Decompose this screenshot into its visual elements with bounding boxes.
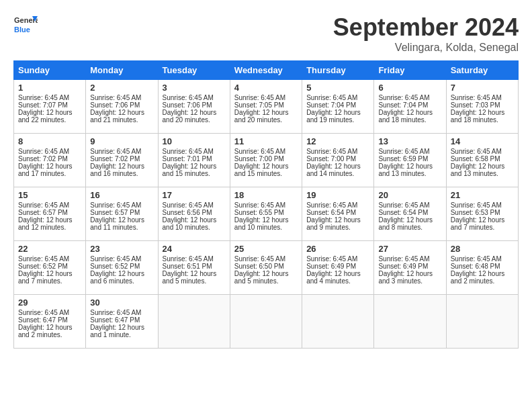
sunset: Sunset: 6:59 PM <box>378 155 441 163</box>
sunrise: Sunrise: 6:45 AM <box>378 201 441 209</box>
sunrise: Sunrise: 6:45 AM <box>234 94 298 101</box>
sunrise: Sunrise: 6:45 AM <box>163 201 226 209</box>
calendar-cell: 23 Sunrise: 6:45 AM Sunset: 6:52 PM Dayl… <box>86 241 158 295</box>
day-number: 9 <box>90 136 153 146</box>
sunset: Sunset: 6:47 PM <box>90 316 153 324</box>
calendar-cell: 30 Sunrise: 6:45 AM Sunset: 6:47 PM Dayl… <box>86 295 158 349</box>
calendar-week-1: 8 Sunrise: 6:45 AM Sunset: 7:02 PM Dayli… <box>14 134 519 187</box>
calendar-cell <box>230 295 302 349</box>
day-number: 6 <box>378 83 441 93</box>
daylight: Daylight: 12 hours and 15 minutes. <box>163 163 226 177</box>
day-number: 24 <box>163 244 226 254</box>
sunset: Sunset: 6:48 PM <box>451 263 514 270</box>
sunrise: Sunrise: 6:45 AM <box>90 94 153 101</box>
sunrise: Sunrise: 6:45 AM <box>18 148 81 155</box>
day-number: 15 <box>18 190 81 200</box>
calendar-cell: 19 Sunrise: 6:45 AM Sunset: 6:54 PM Dayl… <box>302 187 374 241</box>
sunrise: Sunrise: 6:45 AM <box>163 148 226 155</box>
sunset: Sunset: 6:56 PM <box>163 209 226 216</box>
daylight: Daylight: 12 hours and 19 minutes. <box>306 109 369 124</box>
sunset: Sunset: 6:58 PM <box>451 155 514 163</box>
calendar-cell: 14 Sunrise: 6:45 AM Sunset: 6:58 PM Dayl… <box>446 134 518 187</box>
calendar-week-3: 22 Sunrise: 6:45 AM Sunset: 6:52 PM Dayl… <box>14 241 519 295</box>
sunrise: Sunrise: 6:45 AM <box>18 255 81 263</box>
daylight: Daylight: 12 hours and 16 minutes. <box>90 163 153 177</box>
sunset: Sunset: 7:02 PM <box>90 155 153 163</box>
sunset: Sunset: 6:50 PM <box>234 263 298 270</box>
calendar-cell <box>302 295 374 349</box>
daylight: Daylight: 12 hours and 4 minutes. <box>306 270 369 285</box>
day-number: 26 <box>306 244 369 254</box>
sunset: Sunset: 6:52 PM <box>90 263 153 270</box>
sunrise: Sunrise: 6:45 AM <box>451 94 514 101</box>
sunset: Sunset: 6:55 PM <box>234 209 298 216</box>
day-number: 25 <box>234 244 298 254</box>
daylight: Daylight: 12 hours and 13 minutes. <box>451 163 514 177</box>
title-section: September 2024 Velingara, Kolda, Senegal <box>333 13 519 54</box>
sunset: Sunset: 6:51 PM <box>163 263 226 270</box>
col-saturday: Saturday <box>446 61 518 80</box>
sunrise: Sunrise: 6:45 AM <box>306 255 369 263</box>
sunrise: Sunrise: 6:45 AM <box>378 255 441 263</box>
day-number: 2 <box>90 83 153 93</box>
daylight: Daylight: 12 hours and 20 minutes. <box>234 109 298 124</box>
sunset: Sunset: 7:01 PM <box>163 155 226 163</box>
sunset: Sunset: 7:02 PM <box>18 155 81 163</box>
day-number: 7 <box>451 83 514 93</box>
calendar-cell: 5 Sunrise: 6:45 AM Sunset: 7:04 PM Dayli… <box>302 80 374 134</box>
calendar-cell: 21 Sunrise: 6:45 AM Sunset: 6:53 PM Dayl… <box>446 187 518 241</box>
daylight: Daylight: 12 hours and 3 minutes. <box>378 270 441 285</box>
header-row: Sunday Monday Tuesday Wednesday Thursday… <box>14 61 519 80</box>
calendar-cell: 2 Sunrise: 6:45 AM Sunset: 7:06 PM Dayli… <box>86 80 158 134</box>
daylight: Daylight: 12 hours and 7 minutes. <box>18 270 81 285</box>
calendar-cell: 29 Sunrise: 6:45 AM Sunset: 6:47 PM Dayl… <box>14 295 86 349</box>
calendar-cell: 26 Sunrise: 6:45 AM Sunset: 6:49 PM Dayl… <box>302 241 374 295</box>
daylight: Daylight: 12 hours and 13 minutes. <box>378 163 441 177</box>
calendar-cell <box>158 295 230 349</box>
sunrise: Sunrise: 6:45 AM <box>234 201 298 209</box>
sunrise: Sunrise: 6:45 AM <box>18 309 81 316</box>
calendar-cell: 28 Sunrise: 6:45 AM Sunset: 6:48 PM Dayl… <box>446 241 518 295</box>
sunrise: Sunrise: 6:45 AM <box>306 94 369 101</box>
calendar-cell: 18 Sunrise: 6:45 AM Sunset: 6:55 PM Dayl… <box>230 187 302 241</box>
sunset: Sunset: 7:00 PM <box>306 155 369 163</box>
daylight: Daylight: 12 hours and 10 minutes. <box>163 216 226 231</box>
calendar-cell: 13 Sunrise: 6:45 AM Sunset: 6:59 PM Dayl… <box>374 134 446 187</box>
day-number: 10 <box>163 136 226 146</box>
daylight: Daylight: 12 hours and 7 minutes. <box>451 216 514 231</box>
calendar-cell: 7 Sunrise: 6:45 AM Sunset: 7:03 PM Dayli… <box>446 80 518 134</box>
daylight: Daylight: 12 hours and 20 minutes. <box>163 109 226 124</box>
day-number: 21 <box>451 190 514 200</box>
calendar-cell: 24 Sunrise: 6:45 AM Sunset: 6:51 PM Dayl… <box>158 241 230 295</box>
day-number: 29 <box>18 298 81 308</box>
sunset: Sunset: 7:06 PM <box>163 101 226 109</box>
daylight: Daylight: 12 hours and 2 minutes. <box>451 270 514 285</box>
sunrise: Sunrise: 6:45 AM <box>18 94 81 101</box>
daylight: Daylight: 12 hours and 10 minutes. <box>234 216 298 231</box>
daylight: Daylight: 12 hours and 8 minutes. <box>378 216 441 231</box>
daylight: Daylight: 12 hours and 6 minutes. <box>90 270 153 285</box>
day-number: 18 <box>234 190 298 200</box>
calendar-cell: 20 Sunrise: 6:45 AM Sunset: 6:54 PM Dayl… <box>374 187 446 241</box>
sunrise: Sunrise: 6:45 AM <box>451 255 514 263</box>
daylight: Daylight: 12 hours and 11 minutes. <box>90 216 153 231</box>
sunrise: Sunrise: 6:45 AM <box>90 255 153 263</box>
calendar-cell: 27 Sunrise: 6:45 AM Sunset: 6:49 PM Dayl… <box>374 241 446 295</box>
sunrise: Sunrise: 6:45 AM <box>451 201 514 209</box>
sunrise: Sunrise: 6:45 AM <box>90 201 153 209</box>
sunset: Sunset: 6:52 PM <box>18 263 81 270</box>
day-number: 12 <box>306 136 369 146</box>
day-number: 3 <box>163 83 226 93</box>
day-number: 22 <box>18 244 81 254</box>
sunrise: Sunrise: 6:45 AM <box>378 94 441 101</box>
sunset: Sunset: 7:07 PM <box>18 101 81 109</box>
daylight: Daylight: 12 hours and 21 minutes. <box>90 109 153 124</box>
calendar-cell <box>374 295 446 349</box>
sunrise: Sunrise: 6:45 AM <box>234 255 298 263</box>
calendar-cell: 16 Sunrise: 6:45 AM Sunset: 6:57 PM Dayl… <box>86 187 158 241</box>
col-tuesday: Tuesday <box>158 61 230 80</box>
daylight: Daylight: 12 hours and 14 minutes. <box>306 163 369 177</box>
daylight: Daylight: 12 hours and 12 minutes. <box>18 216 81 231</box>
logo: General Blue <box>13 13 38 40</box>
day-number: 19 <box>306 190 369 200</box>
